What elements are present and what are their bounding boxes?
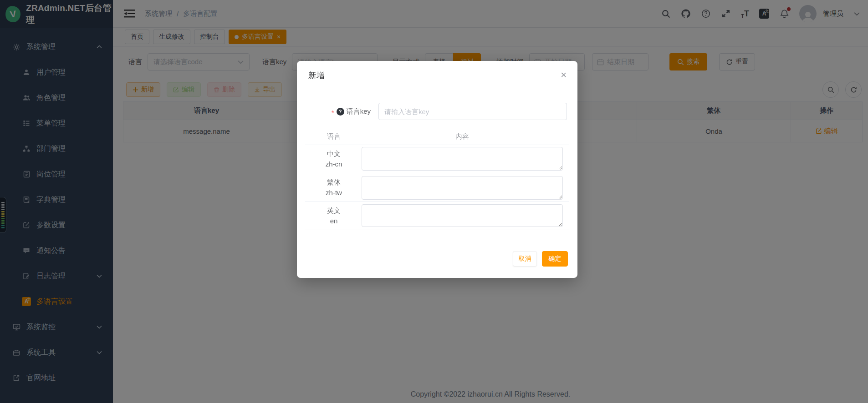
help-icon[interactable]: ? <box>337 108 344 116</box>
divider <box>305 145 569 145</box>
content-textarea-zhcn[interactable] <box>362 147 563 171</box>
dialog-row-label-zhtw: 繁体zh-tw <box>306 177 362 198</box>
confirm-button[interactable]: 确定 <box>542 251 568 267</box>
dialog-col-content: 内容 <box>362 128 563 145</box>
divider <box>305 202 569 202</box>
dialog-row-label-en: 英文en <box>306 205 362 226</box>
required-mark: * <box>332 109 334 116</box>
dialog-title: 新增 <box>308 70 325 81</box>
dialog-key-label: 语言key <box>347 107 371 116</box>
dialog-col-language: 语言 <box>306 128 362 145</box>
cancel-button[interactable]: 取消 <box>513 251 537 267</box>
content-textarea-en[interactable] <box>362 204 563 227</box>
dialog-row-label-zhcn: 中文zh-cn <box>306 148 362 169</box>
add-dialog: 新增 × * ? 语言key 语言 内容 中文zh-cn 繁体zh-tw 英文e… <box>297 61 577 278</box>
dialog-key-label-row: * ? 语言key <box>297 103 371 120</box>
dialog-key-input[interactable] <box>378 103 567 120</box>
close-icon[interactable]: × <box>561 70 567 80</box>
content-textarea-zhtw[interactable] <box>362 176 563 200</box>
divider <box>305 230 569 230</box>
divider <box>305 174 569 174</box>
